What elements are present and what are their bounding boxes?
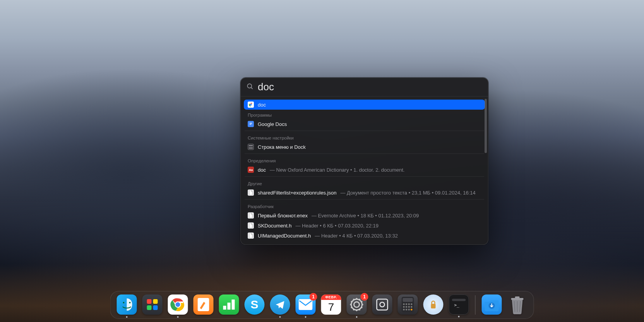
settings-pane-icon bbox=[248, 144, 254, 150]
svg-point-46 bbox=[403, 306, 405, 308]
svg-rect-5 bbox=[250, 123, 252, 123]
svg-point-49 bbox=[411, 306, 413, 308]
svg-rect-38 bbox=[377, 299, 388, 310]
file-icon bbox=[248, 232, 254, 239]
section-header: Другие bbox=[244, 178, 485, 188]
dock-trash[interactable] bbox=[507, 294, 528, 315]
divider bbox=[245, 131, 484, 131]
result-row[interactable]: UIManagedDocument.h — Header • 4 КБ • 07… bbox=[244, 231, 485, 241]
result-top-hit[interactable]: doc bbox=[244, 100, 485, 110]
badge: 1 bbox=[361, 293, 368, 301]
calendar-month: ФЕВР. bbox=[321, 294, 341, 300]
svg-point-52 bbox=[408, 309, 410, 311]
svg-line-28 bbox=[360, 309, 360, 310]
svg-rect-61 bbox=[515, 296, 520, 298]
svg-rect-57 bbox=[452, 299, 466, 301]
svg-rect-23 bbox=[299, 299, 313, 310]
calendar-day: 7 bbox=[321, 300, 341, 315]
svg-point-11 bbox=[129, 302, 131, 303]
result-row[interactable]: Google Docs bbox=[244, 119, 485, 129]
dock-launchpad[interactable] bbox=[142, 294, 163, 315]
svg-line-33 bbox=[351, 301, 352, 302]
svg-rect-20 bbox=[223, 306, 226, 310]
search-input[interactable] bbox=[258, 81, 483, 93]
result-title: doc bbox=[258, 167, 266, 173]
dock-numbers[interactable] bbox=[219, 294, 239, 315]
scrollbar[interactable] bbox=[485, 99, 487, 153]
svg-point-0 bbox=[247, 84, 252, 88]
result-title: SKDocument.h bbox=[258, 223, 291, 229]
svg-rect-8 bbox=[249, 145, 253, 146]
dock-calendar[interactable]: ФЕВР.7 bbox=[321, 294, 341, 315]
section-header: Системные настройки bbox=[244, 133, 485, 142]
result-meta: — Header • 6 КБ • 07.03.2020, 22:19 bbox=[295, 223, 379, 229]
result-meta: — New Oxford American Dictionary • 1. do… bbox=[270, 167, 404, 173]
dock: S1ФЕВР.71>_ bbox=[110, 291, 534, 319]
svg-point-24 bbox=[351, 299, 362, 310]
dock-keychain[interactable] bbox=[423, 294, 444, 315]
result-title: Google Docs bbox=[258, 121, 287, 127]
result-meta: — Документ простого текста • 23,1 МБ • 0… bbox=[340, 190, 475, 196]
svg-line-34 bbox=[353, 299, 354, 300]
dock-terminal[interactable]: >_ bbox=[449, 294, 469, 315]
search-icon bbox=[246, 83, 254, 92]
dock-finder[interactable] bbox=[117, 294, 137, 315]
file-icon bbox=[248, 212, 254, 219]
svg-point-51 bbox=[406, 309, 408, 311]
svg-line-31 bbox=[351, 307, 352, 308]
result-row[interactable]: Aadoc — New Oxford American Dictionary •… bbox=[244, 165, 485, 175]
svg-point-47 bbox=[406, 306, 408, 308]
svg-point-43 bbox=[406, 303, 408, 305]
svg-point-3 bbox=[250, 104, 252, 106]
svg-rect-7 bbox=[250, 124, 251, 125]
divider bbox=[245, 153, 484, 154]
svg-rect-41 bbox=[403, 298, 413, 302]
svg-point-48 bbox=[408, 306, 410, 308]
dock-skype[interactable]: S bbox=[245, 294, 265, 315]
dock-calculator[interactable] bbox=[398, 294, 418, 315]
svg-rect-55 bbox=[431, 304, 436, 308]
svg-point-45 bbox=[411, 303, 413, 305]
divider bbox=[245, 199, 484, 200]
result-meta: — Header • 4 КБ • 07.03.2020, 13:32 bbox=[315, 233, 398, 239]
section-header: Определения bbox=[244, 155, 485, 165]
svg-text:>_: >_ bbox=[454, 303, 460, 308]
result-row[interactable]: Строка меню и Dock bbox=[244, 142, 485, 152]
svg-point-39 bbox=[380, 302, 385, 307]
dock-downloads[interactable] bbox=[482, 294, 502, 315]
svg-rect-9 bbox=[249, 148, 253, 148]
search-row bbox=[241, 78, 488, 96]
dock-chrome[interactable] bbox=[168, 294, 188, 315]
dock-pages[interactable] bbox=[194, 294, 214, 315]
running-indicator bbox=[279, 316, 281, 318]
dock-mail[interactable]: 1 bbox=[296, 294, 316, 315]
dock-screenshot[interactable] bbox=[372, 294, 392, 315]
svg-rect-13 bbox=[153, 299, 158, 304]
dictionary-icon: Aa bbox=[248, 167, 254, 173]
svg-point-54 bbox=[411, 309, 413, 311]
result-row[interactable]: SKDocument.h — Header • 6 КБ • 07.03.202… bbox=[244, 220, 485, 231]
svg-rect-22 bbox=[232, 300, 235, 310]
section-header: Разработчик bbox=[244, 201, 485, 210]
running-indicator bbox=[356, 316, 358, 318]
dock-separator bbox=[475, 295, 476, 315]
divider bbox=[245, 176, 484, 177]
svg-rect-21 bbox=[228, 303, 231, 310]
result-title: sharedFilterlist+exceptionrules.json bbox=[258, 190, 336, 196]
dock-telegram[interactable] bbox=[270, 294, 290, 315]
spotlight-window: doc ПрограммыGoogle DocsСистемные настро… bbox=[240, 77, 488, 245]
running-indicator bbox=[177, 316, 179, 318]
result-title: Строка меню и Dock bbox=[258, 144, 306, 150]
svg-point-42 bbox=[403, 303, 405, 305]
result-title: UIManagedDocument.h bbox=[258, 233, 311, 239]
dock-settings[interactable]: 1 bbox=[347, 294, 367, 315]
svg-line-27 bbox=[361, 307, 363, 308]
svg-point-25 bbox=[354, 302, 360, 307]
section-header: Программы bbox=[244, 110, 485, 119]
docs-icon bbox=[248, 121, 254, 127]
result-row[interactable]: Первый блокнот.enex — Evernote Archive •… bbox=[244, 210, 485, 220]
chrome-icon bbox=[248, 102, 254, 108]
result-row[interactable]: sharedFilterlist+exceptionrules.json — Д… bbox=[244, 188, 485, 198]
svg-point-10 bbox=[123, 302, 125, 303]
svg-point-44 bbox=[408, 303, 410, 305]
